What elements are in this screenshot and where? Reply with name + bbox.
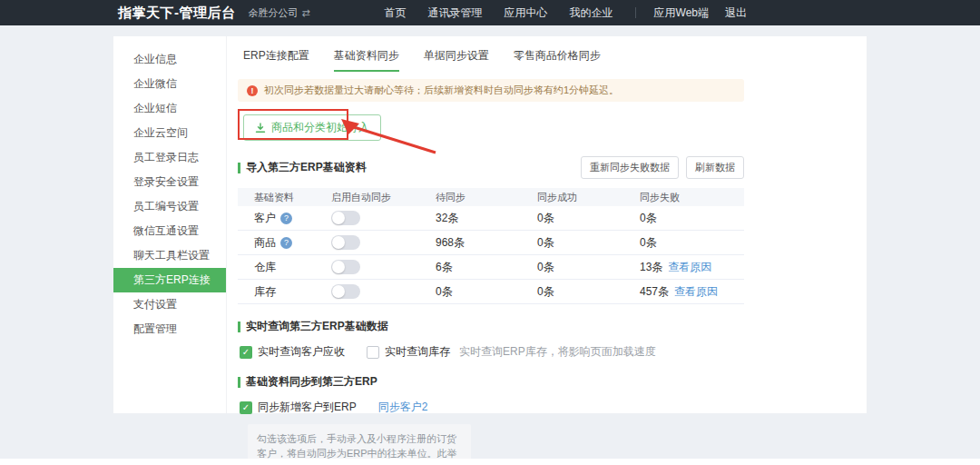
cell-toggle	[331, 211, 436, 225]
sync-customer2-link[interactable]: 同步客户2	[378, 400, 428, 415]
cell-name: 仓库	[254, 260, 331, 275]
app-header: 指掌天下-管理后台 余胜分公司 ⇄ 首页通讯录管理应用中心我的企业 应用Web端…	[0, 0, 980, 25]
row-name-label: 仓库	[254, 260, 276, 275]
right-nav-item-退出[interactable]: 退出	[725, 5, 747, 21]
sync-customer-checkbox[interactable]: ✓	[240, 401, 252, 414]
settings-sidebar: 企业信息企业微信企业短信企业云空间员工登录日志登录安全设置员工编号设置微信互通设…	[113, 36, 227, 413]
button-重新同步失败数据[interactable]: 重新同步失败数据	[581, 156, 679, 179]
erp-basic-data-table: 基础资料启用自动同步待同步同步成功同步失败 客户?32条0条0条商品?968条0…	[238, 188, 744, 304]
sidebar-item-员工登录日志[interactable]: 员工登录日志	[113, 145, 226, 170]
initial-import-label: 商品和分类初始导入	[271, 120, 369, 135]
nav-item-通讯录管理[interactable]: 通讯录管理	[428, 5, 483, 21]
tab-基础资料同步[interactable]: 基础资料同步	[334, 48, 399, 72]
sidebar-item-企业信息[interactable]: 企业信息	[113, 47, 226, 72]
section-import-actions: 重新同步失败数据刷新数据	[581, 156, 744, 179]
erp-sync-content: ERP连接配置基础资料同步单据同步设置零售商品价格同步 ! 初次同步若数据量过大…	[227, 36, 867, 413]
view-reason-link[interactable]: 查看原因	[674, 285, 718, 298]
inventory-label: 实时查询库存	[385, 344, 450, 360]
failed-count: 0条	[640, 236, 657, 249]
sync-customer-label: 同步新增客户到ERP	[258, 400, 357, 415]
sidebar-item-企业云空间[interactable]: 企业云空间	[113, 121, 226, 145]
help-icon[interactable]: ?	[280, 213, 292, 224]
col-header-启用自动同步: 启用自动同步	[331, 191, 436, 204]
cell-name: 商品?	[254, 235, 331, 251]
section-sync-to-erp-header: 基础资料同步到第三方ERP	[238, 374, 744, 390]
table-row-商品: 商品?968条0条0条	[238, 231, 744, 255]
section-realtime-title: 实时查询第三方ERP基础数据	[246, 319, 388, 334]
auto-sync-toggle[interactable]	[331, 284, 360, 299]
toggle-knob	[332, 236, 345, 249]
tab-零售商品价格同步[interactable]: 零售商品价格同步	[514, 48, 601, 72]
swap-company-icon: ⇄	[302, 7, 310, 19]
section-accent-bar	[238, 377, 240, 388]
realtime-options-row: ✓ 实时查询客户应收 实时查询库存 实时查询ERP库存，将影响页面加载速度	[238, 344, 856, 360]
table-body: 客户?32条0条0条商品?968条0条0条仓库6条0条13条查看原因库存0条0条…	[238, 206, 744, 304]
auto-sync-toggle[interactable]	[331, 211, 360, 225]
alert-icon: !	[247, 85, 258, 96]
tab-单据同步设置[interactable]: 单据同步设置	[424, 48, 489, 72]
table-header-row: 基础资料启用自动同步待同步同步成功同步失败	[238, 188, 744, 206]
col-header-同步失败: 同步失败	[640, 191, 744, 204]
nav-item-应用中心[interactable]: 应用中心	[505, 5, 548, 21]
cell-pending: 968条	[436, 235, 537, 251]
auto-sync-toggle[interactable]	[331, 260, 360, 274]
tab-ERP连接配置[interactable]: ERP连接配置	[243, 48, 309, 72]
sidebar-item-聊天工具栏设置[interactable]: 聊天工具栏设置	[113, 243, 226, 268]
button-刷新数据[interactable]: 刷新数据	[686, 156, 744, 179]
cell-success: 0条	[537, 284, 640, 300]
sidebar-item-配置管理[interactable]: 配置管理	[113, 317, 226, 341]
col-header-基础资料: 基础资料	[254, 191, 331, 204]
toggle-knob	[332, 261, 345, 273]
cell-name: 库存	[254, 284, 331, 300]
table-row-客户: 客户?32条0条0条	[238, 206, 744, 231]
table-row-库存: 库存0条0条457条查看原因	[238, 280, 744, 304]
cell-failed: 457条查看原因	[640, 284, 744, 300]
sidebar-item-企业微信[interactable]: 企业微信	[113, 72, 226, 96]
cell-failed: 0条	[640, 235, 744, 251]
nav-item-我的企业[interactable]: 我的企业	[570, 5, 613, 21]
auto-sync-toggle[interactable]	[331, 235, 360, 250]
app-logo: 指掌天下-管理后台	[118, 5, 236, 22]
sidebar-item-登录安全设置[interactable]: 登录安全设置	[113, 170, 226, 194]
company-switcher[interactable]: 余胜分公司 ⇄	[249, 6, 310, 20]
cell-name: 客户?	[254, 211, 331, 226]
col-header-待同步: 待同步	[436, 191, 537, 204]
sidebar-item-微信互通设置[interactable]: 微信互通设置	[113, 219, 226, 243]
sidebar-item-企业短信[interactable]: 企业短信	[113, 96, 226, 121]
sync-customer-row: ✓ 同步新增客户到ERP 同步客户2	[238, 400, 856, 415]
bottom-strip	[0, 459, 980, 465]
sidebar-item-第三方ERP连接[interactable]: 第三方ERP连接	[113, 268, 226, 292]
cell-pending: 32条	[436, 211, 537, 226]
cell-failed: 0条	[640, 211, 744, 226]
erp-tabs: ERP连接配置基础资料同步单据同步设置零售商品价格同步	[238, 36, 856, 72]
inventory-checkbox[interactable]	[367, 346, 379, 359]
row-name-label: 商品	[254, 235, 276, 251]
receivable-checkbox[interactable]: ✓	[240, 346, 252, 359]
cell-success: 0条	[537, 235, 640, 251]
initial-import-button[interactable]: 商品和分类初始导入	[243, 114, 381, 141]
col-header-同步成功: 同步成功	[537, 191, 640, 204]
nav-item-首页[interactable]: 首页	[385, 5, 407, 21]
notice-text: 初次同步若数据量过大请耐心等待；后续新增资料时自动同步将有约1分钟延迟。	[264, 84, 619, 97]
initial-import-row: 商品和分类初始导入	[238, 114, 856, 142]
toggle-knob	[332, 285, 345, 298]
right-nav-item-应用Web端[interactable]: 应用Web端	[654, 5, 709, 21]
table-row-仓库: 仓库6条0条13条查看原因	[238, 255, 744, 280]
failed-count: 457条	[640, 285, 669, 298]
cell-failed: 13条查看原因	[640, 260, 744, 275]
row-name-label: 客户	[254, 211, 276, 226]
row-name-label: 库存	[254, 284, 276, 300]
section-accent-bar	[238, 322, 240, 332]
section-sync-to-erp-title: 基础资料同步到第三方ERP	[246, 374, 377, 390]
company-name: 余胜分公司	[249, 6, 299, 20]
failed-count: 0条	[640, 212, 657, 224]
sync-delay-notice: ! 初次同步若数据量过大请耐心等待；后续新增资料时自动同步将有约1分钟延迟。	[238, 79, 744, 102]
receivable-label: 实时查询客户应收	[258, 344, 345, 360]
sidebar-item-支付设置[interactable]: 支付设置	[113, 292, 226, 317]
section-import-header: 导入第三方ERP基础资料 重新同步失败数据刷新数据	[238, 156, 744, 179]
download-icon	[255, 123, 266, 134]
failed-count: 13条	[640, 261, 662, 273]
view-reason-link[interactable]: 查看原因	[668, 261, 711, 273]
sidebar-item-员工编号设置[interactable]: 员工编号设置	[113, 194, 226, 219]
help-icon[interactable]: ?	[280, 237, 292, 249]
